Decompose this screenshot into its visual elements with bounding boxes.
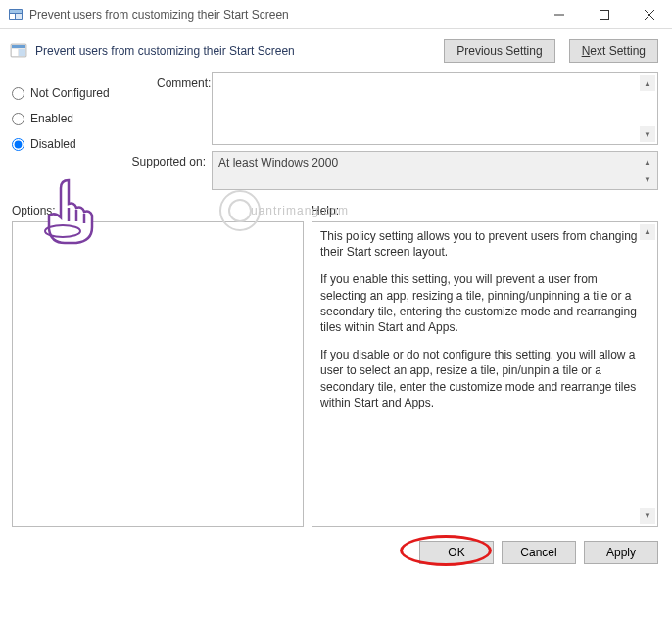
header-row: Prevent users from customizing their Sta… (0, 29, 672, 72)
help-paragraph-1: This policy setting allows you to preven… (320, 228, 638, 260)
radio-disabled-label: Disabled (30, 137, 76, 151)
radio-not-configured[interactable]: Not Configured (12, 80, 157, 106)
supported-on-box: At least Windows 2000 ▲ ▼ (212, 151, 658, 190)
policy-icon (10, 42, 27, 60)
help-panel: This policy setting allows you to preven… (312, 221, 658, 527)
scroll-up-icon[interactable]: ▲ (640, 154, 655, 169)
radio-enabled-input[interactable] (12, 113, 24, 125)
radio-disabled-input[interactable] (12, 138, 24, 151)
ok-button[interactable]: OK (419, 541, 494, 564)
comment-textarea[interactable]: ▲ ▼ (212, 72, 658, 145)
panels-row: This policy setting allows you to preven… (0, 221, 672, 535)
scroll-down-icon[interactable]: ▼ (640, 126, 655, 142)
comment-label: Comment: (157, 72, 212, 145)
config-area: Not Configured Enabled Disabled Comment:… (0, 72, 672, 204)
help-paragraph-3: If you disable or do not configure this … (320, 347, 638, 410)
radio-not-configured-input[interactable] (12, 87, 24, 100)
next-setting-button[interactable]: Next Setting (569, 39, 658, 63)
radio-enabled-label: Enabled (30, 112, 73, 125)
fields-column: Comment: ▲ ▼ Supported on: At least Wind… (157, 72, 658, 196)
svg-rect-1 (10, 10, 22, 13)
previous-setting-button[interactable]: Previous Setting (444, 39, 554, 63)
svg-rect-11 (19, 49, 25, 56)
svg-rect-9 (12, 45, 25, 48)
radio-not-configured-label: Not Configured (30, 86, 110, 100)
scroll-down-icon[interactable]: ▼ (640, 171, 655, 187)
title-bar: Prevent users from customizing their Sta… (0, 0, 672, 29)
scroll-down-icon[interactable]: ▼ (640, 508, 655, 524)
maximize-button[interactable] (582, 0, 627, 29)
supported-on-value: At least Windows 2000 (218, 156, 338, 169)
svg-rect-2 (10, 14, 15, 19)
svg-rect-10 (12, 49, 18, 56)
apply-button[interactable]: Apply (584, 541, 658, 564)
options-label: Options: (12, 204, 312, 217)
scroll-up-icon[interactable]: ▲ (640, 224, 655, 240)
help-paragraph-2: If you enable this setting, you will pre… (320, 271, 638, 335)
app-icon (8, 7, 24, 23)
radio-enabled[interactable]: Enabled (12, 106, 157, 131)
svg-rect-3 (16, 14, 22, 19)
close-button[interactable] (627, 0, 672, 29)
cancel-button[interactable]: Cancel (502, 541, 576, 564)
footer-buttons: OK Cancel Apply (0, 535, 672, 570)
supported-on-label: Supported on: (123, 151, 212, 190)
options-panel (12, 221, 304, 527)
window-title: Prevent users from customizing their Sta… (29, 8, 537, 22)
section-labels: Options: Help: (0, 204, 672, 221)
policy-title: Prevent users from customizing their Sta… (35, 44, 444, 58)
svg-rect-5 (600, 10, 609, 19)
help-label: Help: (312, 204, 339, 217)
minimize-button[interactable] (537, 0, 582, 29)
scroll-up-icon[interactable]: ▲ (640, 75, 655, 91)
